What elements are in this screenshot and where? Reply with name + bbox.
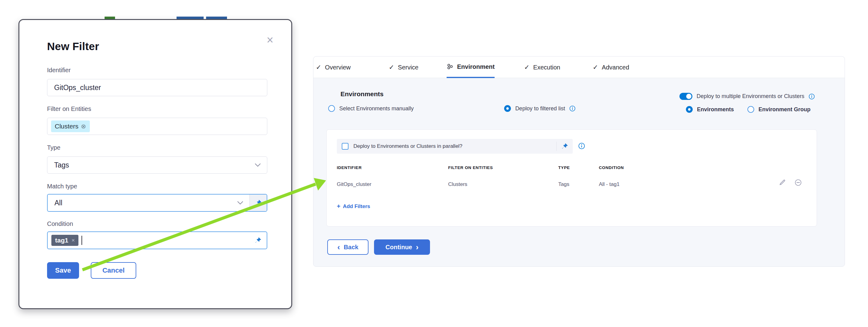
radio-select-manually-label: Select Environments manually: [339, 105, 414, 112]
multi-env-toggle-label: Deploy to multiple Environments or Clust…: [697, 93, 804, 100]
tab-execution[interactable]: ✓ Execution: [524, 57, 560, 78]
entities-chip[interactable]: Clusters ⊗: [51, 121, 90, 132]
check-icon: ✓: [316, 64, 321, 71]
radio-environments-label: Environments: [697, 106, 734, 113]
match-type-label: Match type: [47, 183, 77, 190]
tab-label: Service: [398, 64, 418, 71]
filter-on-entities-input[interactable]: Clusters ⊗: [47, 118, 267, 135]
chevron-down-icon: [237, 201, 243, 205]
info-icon[interactable]: [809, 93, 815, 100]
plus-icon: +: [337, 203, 341, 210]
deploy-mode-radios: Select Environments manually Deploy to f…: [328, 105, 576, 112]
wizard-tabbar: ✓ Overview ✓ Service Environment ✓ Execu…: [313, 57, 845, 78]
col-header-type: TYPE: [558, 165, 570, 170]
radio-deploy-filtered[interactable]: [504, 105, 511, 112]
type-label: Type: [47, 144, 60, 151]
check-icon: ✓: [524, 64, 530, 71]
tab-service[interactable]: ✓ Service: [389, 57, 418, 78]
info-icon[interactable]: [578, 142, 585, 150]
back-label: Back: [344, 244, 358, 251]
radio-select-manually[interactable]: [328, 105, 335, 112]
continue-label: Continue: [385, 244, 412, 251]
col-header-identifier: IDENTIFIER: [337, 165, 362, 170]
col-header-entities: FILTER ON ENTITIES: [448, 165, 493, 170]
col-header-condition: CONDITION: [599, 165, 624, 170]
close-icon[interactable]: ×: [267, 34, 274, 46]
tab-advanced[interactable]: ✓ Advanced: [593, 57, 629, 78]
type-select[interactable]: Tags: [47, 157, 267, 174]
condition-label: Condition: [47, 220, 73, 227]
check-icon: ✓: [593, 64, 598, 71]
identifier-input[interactable]: GitOps_cluster: [47, 79, 267, 96]
tab-label: Execution: [533, 64, 560, 71]
text-caret: [82, 236, 82, 245]
filters-card: Deploy to Environments or Clusters in pa…: [327, 129, 817, 227]
check-icon: ✓: [389, 64, 394, 71]
edit-icon[interactable]: [779, 179, 786, 186]
match-type-value: All: [48, 199, 62, 207]
chevron-down-icon: [255, 163, 261, 167]
continue-button[interactable]: Continue ›: [374, 239, 430, 255]
filter-on-entities-label: Filter on Entities: [47, 105, 91, 112]
radio-environments[interactable]: [686, 106, 693, 113]
condition-input[interactable]: tag1 ×: [47, 231, 267, 249]
condition-chip[interactable]: tag1 ×: [51, 235, 79, 246]
environment-step-panel: ✓ Overview ✓ Service Environment ✓ Execu…: [313, 56, 845, 267]
save-button[interactable]: Save: [47, 262, 79, 279]
parallel-checkbox[interactable]: [342, 143, 348, 150]
pin-icon[interactable]: [254, 237, 262, 244]
radio-environment-group[interactable]: [747, 106, 754, 113]
row-type: Tags: [558, 181, 569, 188]
remove-circle-icon[interactable]: [795, 179, 802, 186]
chip-remove-icon[interactable]: ⊗: [81, 123, 86, 130]
identifier-label: Identifier: [47, 67, 71, 74]
environments-heading: Environments: [341, 90, 383, 98]
back-button[interactable]: ‹ Back: [327, 239, 369, 255]
chip-remove-icon[interactable]: ×: [71, 237, 75, 244]
type-value: Tags: [48, 161, 69, 169]
entities-chip-label: Clusters: [55, 123, 79, 130]
match-type-select[interactable]: All: [47, 194, 267, 212]
multi-env-toggle[interactable]: [679, 93, 692, 100]
parallel-checkbox-label: Deploy to Environments or Clusters in pa…: [353, 143, 462, 150]
radio-environment-group-label: Environment Group: [758, 106, 810, 113]
tab-label: Environment: [457, 63, 495, 70]
condition-chip-label: tag1: [55, 237, 68, 244]
add-filters-label: Add Filters: [343, 203, 370, 209]
row-identifier: GitOps_cluster: [337, 181, 371, 188]
tab-label: Advanced: [602, 64, 629, 71]
new-filter-modal: New Filter × Identifier GitOps_cluster F…: [19, 19, 292, 309]
info-icon[interactable]: [569, 105, 576, 111]
tab-label: Overview: [325, 64, 351, 71]
cancel-button[interactable]: Cancel: [91, 262, 136, 279]
row-condition: All - tag1: [599, 181, 619, 188]
add-filters-button[interactable]: + Add Filters: [337, 203, 370, 210]
row-entities: Clusters: [448, 181, 467, 188]
pin-icon[interactable]: [557, 142, 573, 150]
identifier-value: GitOps_cluster: [48, 84, 101, 92]
multi-env-options: Deploy to multiple Environments or Clust…: [679, 93, 815, 113]
radio-deploy-filtered-label: Deploy to filtered list: [515, 105, 565, 112]
tab-overview[interactable]: ✓ Overview: [316, 57, 351, 78]
environment-icon: [446, 63, 454, 70]
parallel-deploy-bar: Deploy to Environments or Clusters in pa…: [337, 139, 573, 154]
pin-icon[interactable]: [249, 195, 267, 211]
modal-title: New Filter: [47, 40, 99, 53]
tab-environment[interactable]: Environment: [446, 57, 495, 78]
